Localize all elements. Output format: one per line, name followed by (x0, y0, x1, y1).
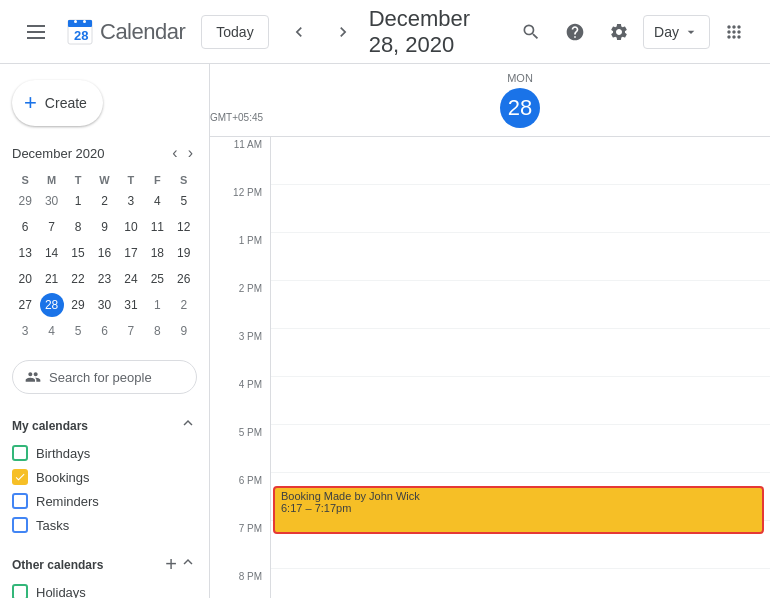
other-calendars-add[interactable]: + (165, 553, 177, 576)
time-slot-label: 3 PM (210, 329, 270, 377)
expand-less-icon (179, 414, 197, 432)
dow-sun: S (12, 172, 38, 188)
view-selector[interactable]: Day (643, 15, 710, 49)
time-slot-label: 11 AM (210, 137, 270, 185)
settings-button[interactable] (599, 12, 639, 52)
day-header: GMT+05:45 MON 28 (210, 64, 770, 137)
mini-cal-day[interactable]: 18 (144, 240, 170, 266)
my-calendars-header[interactable]: My calendars (12, 406, 197, 441)
mini-cal-day[interactable]: 9 (91, 214, 117, 240)
mini-cal-day[interactable]: 2 (91, 188, 117, 214)
mini-cal-day[interactable]: 1 (144, 292, 170, 318)
settings-icon (609, 22, 629, 42)
holidays-checkbox[interactable] (12, 584, 28, 598)
mini-cal-day[interactable]: 26 (171, 266, 197, 292)
calendar-bookings[interactable]: Bookings (12, 465, 197, 489)
mini-cal-day[interactable]: 27 (12, 292, 38, 318)
calendar-reminders[interactable]: Reminders (12, 489, 197, 513)
header-date: December 28, 2020 (369, 6, 503, 58)
mini-cal-day[interactable]: 11 (144, 214, 170, 240)
mini-cal-day[interactable]: 31 (118, 292, 144, 318)
mini-cal-day[interactable]: 6 (91, 318, 117, 344)
mini-cal-day[interactable]: 2 (171, 292, 197, 318)
mini-cal-day[interactable]: 10 (118, 214, 144, 240)
mini-cal-day[interactable]: 21 (38, 266, 64, 292)
hamburger-button[interactable] (16, 12, 56, 52)
mini-cal-day[interactable]: 17 (118, 240, 144, 266)
mini-cal-day[interactable]: 13 (12, 240, 38, 266)
mini-cal-day[interactable]: 20 (12, 266, 38, 292)
mini-cal-day[interactable]: 23 (91, 266, 117, 292)
calendar-holidays[interactable]: Holidays (12, 580, 197, 598)
apps-button[interactable] (714, 12, 754, 52)
mini-cal-day[interactable]: 5 (171, 188, 197, 214)
mini-cal-day[interactable]: 8 (144, 318, 170, 344)
dow-thu: T (118, 172, 144, 188)
search-button[interactable] (511, 12, 551, 52)
time-slot-label: 1 PM (210, 233, 270, 281)
mini-cal-day[interactable]: 30 (38, 188, 64, 214)
search-people[interactable]: Search for people (12, 360, 197, 394)
hour-line (271, 137, 770, 185)
other-calendars-header[interactable]: Other calendars + (12, 545, 197, 580)
mini-cal-day[interactable]: 15 (65, 240, 91, 266)
reminders-checkbox[interactable] (12, 493, 28, 509)
tasks-checkbox[interactable] (12, 517, 28, 533)
mini-cal-prev[interactable]: ‹ (168, 142, 181, 164)
mini-cal-day[interactable]: 8 (65, 214, 91, 240)
prev-button[interactable] (281, 14, 317, 50)
chevron-right-icon (333, 22, 353, 42)
create-plus-icon: + (24, 90, 37, 116)
svg-rect-2 (27, 37, 45, 39)
svg-rect-9 (83, 20, 86, 23)
mini-cal-day[interactable]: 3 (12, 318, 38, 344)
time-label: 4 PM (239, 379, 262, 390)
mini-cal-day[interactable]: 12 (171, 214, 197, 240)
mini-cal-day[interactable]: 9 (171, 318, 197, 344)
mini-cal-next[interactable]: › (184, 142, 197, 164)
mini-cal-day[interactable]: 22 (65, 266, 91, 292)
mini-cal-day[interactable]: 4 (38, 318, 64, 344)
help-button[interactable] (555, 12, 595, 52)
day-events-column: Booking Made by John Wick 6:17 – 7:17pm (270, 137, 770, 598)
time-slot-label: 5 PM (210, 425, 270, 473)
hour-line (271, 233, 770, 281)
mini-cal-day[interactable]: 7 (118, 318, 144, 344)
mini-cal-day[interactable]: 16 (91, 240, 117, 266)
bookings-checkbox[interactable] (12, 469, 28, 485)
mini-cal-day[interactable]: 30 (91, 292, 117, 318)
mini-cal-day[interactable]: 6 (12, 214, 38, 240)
svg-rect-6 (68, 20, 92, 27)
time-label: 12 PM (233, 187, 262, 198)
calendar-logo-icon: 28 (64, 16, 96, 48)
mini-cal-day[interactable]: 14 (38, 240, 64, 266)
hour-line (271, 185, 770, 233)
booking-event[interactable]: Booking Made by John Wick 6:17 – 7:17pm (273, 486, 764, 534)
mini-cal-day[interactable]: 25 (144, 266, 170, 292)
mini-cal-day[interactable]: 24 (118, 266, 144, 292)
search-icon (521, 22, 541, 42)
mini-cal-day[interactable]: 28 (38, 292, 64, 318)
other-calendars-toggle[interactable] (179, 553, 197, 576)
time-slot-label: 4 PM (210, 377, 270, 425)
birthdays-checkbox[interactable] (12, 445, 28, 461)
next-button[interactable] (325, 14, 361, 50)
time-label: 1 PM (239, 235, 262, 246)
calendar-tasks[interactable]: Tasks (12, 513, 197, 537)
expand-less-icon-2 (179, 553, 197, 571)
my-calendars-section: My calendars Birthdays Bookings Reminder… (0, 402, 209, 541)
mini-cal-day[interactable]: 7 (38, 214, 64, 240)
mini-cal-day[interactable]: 29 (12, 188, 38, 214)
mini-cal-day[interactable]: 5 (65, 318, 91, 344)
my-calendars-toggle[interactable] (179, 414, 197, 437)
mini-cal-day[interactable]: 3 (118, 188, 144, 214)
mini-cal-day[interactable]: 1 (65, 188, 91, 214)
mini-cal-day[interactable]: 29 (65, 292, 91, 318)
calendar-birthdays[interactable]: Birthdays (12, 441, 197, 465)
mini-cal-day[interactable]: 19 (171, 240, 197, 266)
create-button[interactable]: + Create (12, 80, 103, 126)
mini-cal-day[interactable]: 4 (144, 188, 170, 214)
time-label: 8 PM (239, 571, 262, 582)
svg-text:28: 28 (74, 28, 88, 43)
today-button[interactable]: Today (201, 15, 268, 49)
